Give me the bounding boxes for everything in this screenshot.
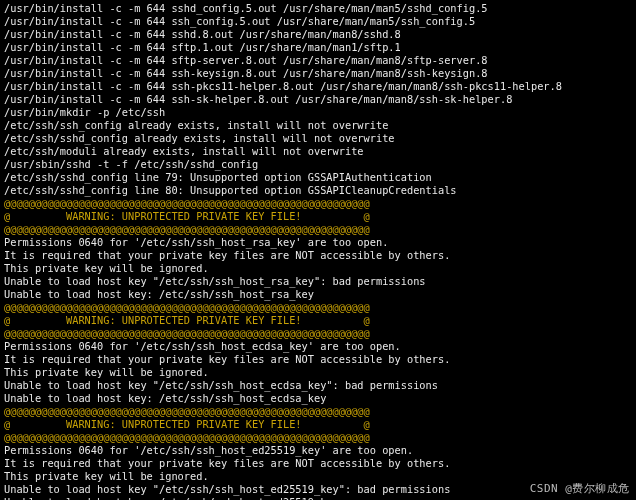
terminal-line: This private key will be ignored. [4, 366, 636, 379]
terminal-line: @ WARNING: UNPROTECTED PRIVATE KEY FILE!… [4, 314, 636, 327]
terminal-line: Unable to load host key: /etc/ssh/ssh_ho… [4, 496, 636, 500]
terminal-line: /etc/ssh/moduli already exists, install … [4, 145, 636, 158]
terminal-line: /etc/ssh/sshd_config line 80: Unsupporte… [4, 184, 636, 197]
terminal-line: /usr/bin/install -c -m 644 ssh-sk-helper… [4, 93, 636, 106]
terminal-line: Permissions 0640 for '/etc/ssh/ssh_host_… [4, 340, 636, 353]
terminal-output: /usr/bin/install -c -m 644 sshd_config.5… [0, 0, 636, 500]
terminal-line: @@@@@@@@@@@@@@@@@@@@@@@@@@@@@@@@@@@@@@@@… [4, 197, 636, 210]
terminal-line: /usr/bin/mkdir -p /etc/ssh [4, 106, 636, 119]
terminal-line: @ WARNING: UNPROTECTED PRIVATE KEY FILE!… [4, 210, 636, 223]
terminal-line: Unable to load host key "/etc/ssh/ssh_ho… [4, 379, 636, 392]
terminal-line: It is required that your private key fil… [4, 353, 636, 366]
terminal-line: /usr/sbin/sshd -t -f /etc/ssh/sshd_confi… [4, 158, 636, 171]
watermark-text: CSDN @费尔柳成危 [530, 481, 630, 496]
terminal-line: /usr/bin/install -c -m 644 sftp.1.out /u… [4, 41, 636, 54]
terminal-line: /usr/bin/install -c -m 644 sshd_config.5… [4, 2, 636, 15]
terminal-line: This private key will be ignored. [4, 262, 636, 275]
terminal-line: @@@@@@@@@@@@@@@@@@@@@@@@@@@@@@@@@@@@@@@@… [4, 301, 636, 314]
terminal-line: /etc/ssh/sshd_config line 79: Unsupporte… [4, 171, 636, 184]
terminal-line: @@@@@@@@@@@@@@@@@@@@@@@@@@@@@@@@@@@@@@@@… [4, 405, 636, 418]
terminal-line: Unable to load host key "/etc/ssh/ssh_ho… [4, 275, 636, 288]
terminal-line: @@@@@@@@@@@@@@@@@@@@@@@@@@@@@@@@@@@@@@@@… [4, 327, 636, 340]
terminal-line: /usr/bin/install -c -m 644 sftp-server.8… [4, 54, 636, 67]
terminal-line: Unable to load host key: /etc/ssh/ssh_ho… [4, 392, 636, 405]
terminal-line: /usr/bin/install -c -m 644 ssh_config.5.… [4, 15, 636, 28]
terminal-line: @@@@@@@@@@@@@@@@@@@@@@@@@@@@@@@@@@@@@@@@… [4, 223, 636, 236]
terminal-line: /usr/bin/install -c -m 644 ssh-pkcs11-he… [4, 80, 636, 93]
terminal-line: It is required that your private key fil… [4, 457, 636, 470]
terminal-line: It is required that your private key fil… [4, 249, 636, 262]
terminal-line: /usr/bin/install -c -m 644 ssh-keysign.8… [4, 67, 636, 80]
terminal-line: @@@@@@@@@@@@@@@@@@@@@@@@@@@@@@@@@@@@@@@@… [4, 431, 636, 444]
terminal-line: Permissions 0640 for '/etc/ssh/ssh_host_… [4, 444, 636, 457]
terminal-line: /usr/bin/install -c -m 644 sshd.8.out /u… [4, 28, 636, 41]
terminal-line: @ WARNING: UNPROTECTED PRIVATE KEY FILE!… [4, 418, 636, 431]
terminal-line: Unable to load host key: /etc/ssh/ssh_ho… [4, 288, 636, 301]
terminal-line: /etc/ssh/ssh_config already exists, inst… [4, 119, 636, 132]
terminal-line: Permissions 0640 for '/etc/ssh/ssh_host_… [4, 236, 636, 249]
terminal-line: /etc/ssh/sshd_config already exists, ins… [4, 132, 636, 145]
